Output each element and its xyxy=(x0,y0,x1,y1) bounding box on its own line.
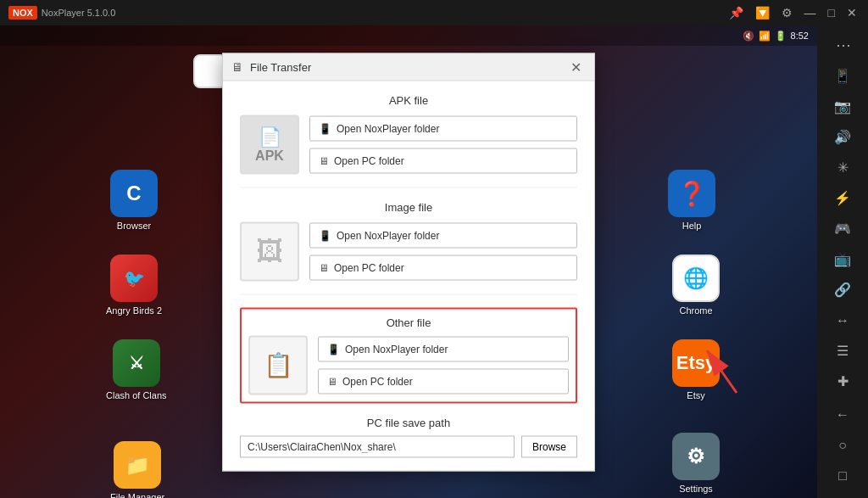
app-label-etsy: Etsy xyxy=(687,390,704,400)
image-open-nox-label: Open NoxPlayer folder xyxy=(337,229,439,241)
mute-icon: 🔇 xyxy=(743,31,754,42)
sidebar-icon-resize[interactable]: ↔ xyxy=(827,308,858,333)
save-path-section: PC file save path Browse xyxy=(240,416,577,457)
apk-open-nox-button[interactable]: 📱 Open NoxPlayer folder xyxy=(309,115,577,141)
sidebar-icon-volume[interactable]: 🔊 xyxy=(827,124,858,149)
browse-button[interactable]: Browse xyxy=(521,435,577,457)
sidebar-icon-add[interactable]: ✚ xyxy=(827,369,858,394)
save-path-input[interactable] xyxy=(240,435,515,457)
app-label-angrybirds: Angry Birds 2 xyxy=(106,305,162,316)
apk-file-section: APK file 📄 APK 📱 Open NoxPlayer folder xyxy=(240,93,577,187)
apk-open-pc-label: Open PC folder xyxy=(334,154,404,166)
image-buttons: 📱 Open NoxPlayer folder 🖥 Open PC folder xyxy=(309,222,577,280)
app-icon-etsy[interactable]: Etsy Etsy xyxy=(672,339,720,400)
other-open-pc-label: Open PC folder xyxy=(342,375,413,387)
sidebar-icon-phone[interactable]: 📱 xyxy=(827,63,858,88)
apk-section-title: APK file xyxy=(240,93,577,106)
other-section-content: 📋 📱 Open NoxPlayer folder 🖥 Open PC fold… xyxy=(248,335,569,394)
app-label-settings: Settings xyxy=(679,484,713,494)
battery-icon: 🔋 xyxy=(775,31,787,42)
other-open-pc-button[interactable]: 🖥 Open PC folder xyxy=(318,368,569,394)
nox-topbar: NOX NoxPlayer 5.1.0.0 📌 🔽 ⚙ — □ ✕ xyxy=(0,0,868,25)
app-icon-chrome[interactable]: 🌐 Chrome xyxy=(672,255,720,316)
save-path-title: PC file save path xyxy=(240,416,577,428)
nox-logo-box: NOX xyxy=(8,6,37,20)
sidebar-more-button[interactable]: ⋯ xyxy=(832,32,854,58)
recents-button[interactable]: □ xyxy=(827,461,858,491)
dialog-close-button[interactable]: ✕ xyxy=(566,57,586,76)
dialog-titlebar: 🖥 File Transfer ✕ xyxy=(223,53,594,81)
back-button[interactable]: ← xyxy=(827,400,858,430)
pin-button[interactable]: 📌 xyxy=(726,6,746,20)
other-icon-box: 📋 xyxy=(248,335,308,394)
nox-logo: NOX NoxPlayer 5.1.0.0 xyxy=(8,6,115,20)
app-icon-filemanager[interactable]: 📁 File Manager xyxy=(110,441,164,498)
sidebar-icon-link[interactable]: 🔗 xyxy=(827,277,858,303)
close-button[interactable]: ✕ xyxy=(844,6,860,20)
apk-section-content: 📄 APK 📱 Open NoxPlayer folder 🖥 Open PC … xyxy=(240,115,577,174)
dialog-body: APK file 📄 APK 📱 Open NoxPlayer folder xyxy=(223,81,594,470)
sidebar-icon-brightness[interactable]: ✳ xyxy=(827,154,858,180)
app-label-chrome: Chrome xyxy=(679,305,712,316)
sidebar-icon-display[interactable]: 📺 xyxy=(827,247,858,272)
wifi-icon: 📶 xyxy=(759,31,771,42)
dialog-title-text: File Transfer xyxy=(250,60,559,73)
home-button[interactable]: ○ xyxy=(827,430,858,461)
image-section-content: 🖼 📱 Open NoxPlayer folder 🖥 Open PC fold… xyxy=(240,221,577,281)
sidebar-icon-camera[interactable]: 📷 xyxy=(827,93,858,119)
pc-icon-2: 🖥 xyxy=(319,261,329,273)
sidebar-icon-gamepad[interactable]: 🎮 xyxy=(827,215,858,241)
apk-open-nox-label: Open NoxPlayer folder xyxy=(337,122,439,134)
statusbar-right: 🔇 📶 🔋 8:52 xyxy=(743,31,809,42)
pc-icon: 🖥 xyxy=(319,154,329,166)
image-file-section: Image file 🖼 📱 Open NoxPlayer folder 🖥 O… xyxy=(240,200,577,294)
time-display: 8:52 xyxy=(791,31,809,41)
other-open-nox-label: Open NoxPlayer folder xyxy=(345,343,448,355)
image-open-pc-label: Open PC folder xyxy=(334,261,404,273)
minimize-button[interactable]: — xyxy=(802,6,819,20)
phone-icon-3: 📱 xyxy=(327,343,340,355)
image-section-title: Image file xyxy=(240,200,577,213)
other-file-section: Other file 📋 📱 Open NoxPlayer folder 🖥 O… xyxy=(240,307,577,403)
arrow-button[interactable]: 🔽 xyxy=(753,6,772,20)
maximize-button[interactable]: □ xyxy=(826,6,837,20)
nox-version: NoxPlayer 5.1.0.0 xyxy=(42,8,115,18)
file-transfer-dialog: 🖥 File Transfer ✕ APK file 📄 APK xyxy=(222,53,595,471)
other-buttons: 📱 Open NoxPlayer folder 🖥 Open PC folder xyxy=(318,336,569,394)
android-nav-buttons: ← ○ □ xyxy=(827,400,858,491)
file-placeholder-icon: 📋 xyxy=(264,351,293,379)
app-label-help: Help xyxy=(682,221,702,231)
app-icon-help[interactable]: ❓ Help xyxy=(668,170,715,231)
nox-topbar-controls: 📌 🔽 ⚙ — □ ✕ xyxy=(726,6,860,20)
apk-icon-box: 📄 APK xyxy=(240,115,299,174)
app-label-coc: Clash of Clans xyxy=(106,390,167,400)
pc-icon-3: 🖥 xyxy=(327,375,337,387)
apk-buttons: 📱 Open NoxPlayer folder 🖥 Open PC folder xyxy=(309,115,577,173)
apk-open-pc-button[interactable]: 🖥 Open PC folder xyxy=(309,148,577,173)
android-statusbar: 🔇 📶 🔋 8:52 xyxy=(0,25,817,46)
other-section-title: Other file xyxy=(248,316,569,328)
sidebar-icon-menu[interactable]: ☰ xyxy=(827,339,858,364)
apk-label: APK xyxy=(255,148,284,163)
app-icon-coc[interactable]: ⚔ Clash of Clans xyxy=(106,339,167,400)
app-icon-browser[interactable]: C Browser xyxy=(110,170,158,231)
phone-icon-2: 📱 xyxy=(319,229,331,241)
other-open-nox-button[interactable]: 📱 Open NoxPlayer folder xyxy=(318,336,569,361)
image-open-pc-button[interactable]: 🖥 Open PC folder xyxy=(309,255,577,280)
app-icon-settings[interactable]: ⚙ Settings xyxy=(672,433,720,494)
app-icon-angrybirds[interactable]: 🐦 Angry Birds 2 xyxy=(106,255,162,316)
app-label-filemanager: File Manager xyxy=(110,492,164,498)
image-placeholder-icon: 🖼 xyxy=(256,236,283,267)
save-path-row: Browse xyxy=(240,435,577,457)
image-icon-box: 🖼 xyxy=(240,221,299,281)
right-sidebar: ⋯ 📱 📷 🔊 ✳ ⚡ 🎮 📺 🔗 ↔ ☰ ✚ ← ○ □ xyxy=(817,25,868,498)
image-open-nox-button[interactable]: 📱 Open NoxPlayer folder xyxy=(309,222,577,248)
app-label-browser: Browser xyxy=(117,221,151,231)
sidebar-icon-flash[interactable]: ⚡ xyxy=(827,185,858,210)
phone-icon: 📱 xyxy=(319,122,331,134)
settings-button[interactable]: ⚙ xyxy=(779,6,795,20)
dialog-title-icon: 🖥 xyxy=(231,60,243,74)
